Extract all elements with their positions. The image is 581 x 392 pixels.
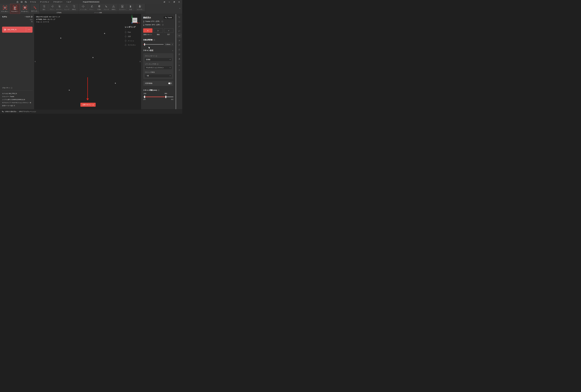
select-cursor-icon[interactable] (177, 15, 181, 19)
tracker-temperature-label: Tracker: 27°C（正常） (145, 20, 161, 22)
new-project-icon[interactable] (20, 1, 23, 3)
right-panel-collapse-handle[interactable]: › (140, 60, 140, 63)
scrollbar-thumb[interactable] (176, 14, 176, 109)
plane-select-icon[interactable] (177, 38, 181, 42)
undo-icon[interactable] (177, 64, 181, 67)
model-more-menu-button[interactable]: ··· (28, 28, 30, 30)
orientation-gizmo[interactable]: FRONT Z X (129, 15, 140, 25)
connection-status-title: 接続済み (143, 16, 151, 19)
range-high-handle[interactable] (165, 96, 166, 98)
multiposition-scan-mode-button[interactable]: マルチポジ… (10, 4, 20, 14)
menu-display[interactable]: ディスプレイ (40, 1, 49, 3)
polygon-select-icon[interactable] (177, 24, 181, 28)
range-low-handle[interactable] (144, 96, 145, 98)
mesh-simplify-label: 簡略化 (112, 8, 115, 10)
scan-target-select[interactable]: 一般 ▼ (145, 74, 172, 78)
render-option-raw[interactable]: Raw (125, 30, 139, 34)
point-distance-slider[interactable] (143, 43, 164, 46)
gizmo-front-face[interactable]: FRONT (133, 20, 136, 21)
tracking-method-select[interactable]: マルチポジションスキャン ▼ (145, 66, 172, 69)
point-distance-slider-handle[interactable] (144, 43, 145, 46)
tracking-scan-icon (3, 5, 7, 10)
device-switch-button[interactable]: Trackit (163, 16, 173, 19)
delete-icon[interactable] (177, 48, 181, 52)
tracker-temp-info-icon[interactable]: i (161, 21, 163, 22)
large-object-toggle[interactable] (168, 82, 172, 84)
lasso-select-icon[interactable] (177, 29, 181, 33)
meshify-button[interactable]: メッシュ化 (79, 5, 87, 10)
tracker-temperature-row: Tracker: 27°C（正常） i (143, 20, 173, 22)
properties-info-icon[interactable]: i (11, 87, 12, 89)
texture-button[interactable]: テクスチャ (119, 5, 126, 10)
tracking-method-info-icon[interactable]: i (157, 64, 158, 65)
start-scan-button[interactable]: ▷ (154, 28, 163, 33)
scan-distance-range-slider[interactable]: 210 350 200 400 (143, 92, 173, 101)
dropdown-caret-icon: ▼ (170, 75, 171, 76)
brush-icon[interactable] (177, 57, 181, 61)
right-panel-scrollbar[interactable] (175, 14, 176, 109)
fusion-button[interactable]: 融合 (40, 5, 48, 10)
batch-checkbox-icon (31, 16, 32, 18)
pc-isolated-button[interactable]: アイソ… (49, 5, 56, 10)
pointcloud-scan-button[interactable]: 点群スキャン » (80, 103, 96, 107)
model-sidebar: モデル 一括処理 その他 GM_0709_01 ··· プロパティ i モデル名… (0, 14, 34, 109)
point-distance-info-icon[interactable]: i (153, 39, 155, 41)
model-panel-title: モデル (2, 16, 7, 18)
mesh-simplify-button[interactable]: 簡略化 (110, 5, 117, 10)
pc-smooth-button[interactable]: スムーズ (63, 5, 70, 10)
tracking-scan-mode-button[interactable]: トラッキン… (0, 4, 10, 14)
menu-accessories[interactable]: アクセサリー (53, 1, 62, 3)
composite-button[interactable]: 合成 (127, 5, 134, 10)
scanner-temp-info-icon[interactable]: i (162, 24, 164, 26)
menu-help[interactable]: ヘルプ (66, 1, 71, 3)
close-button[interactable] (177, 0, 181, 4)
rectangle-select-icon[interactable] (177, 20, 181, 24)
pc-simplify-icon (72, 5, 75, 8)
toolbar-collapse-chevron-icon[interactable]: ⌃ (179, 8, 181, 10)
scan-mode-value: 交差線 (146, 58, 150, 60)
scan-settings-collapse-chevron-icon[interactable]: ⌄ (172, 50, 173, 51)
scan-settings-card: スキャンモード i 交差線 ▼ トラッキング方式 i マルチポジションスキャン … (143, 53, 173, 79)
new-scan-button[interactable]: ＋ (143, 28, 152, 33)
minimize-button[interactable] (167, 0, 171, 4)
redo-icon[interactable] (177, 68, 181, 72)
gizmo-z-label: Z (131, 15, 132, 16)
finish-scan-button[interactable]: ✓ (164, 28, 173, 33)
preferences-sliders-icon[interactable] (162, 0, 166, 4)
viewport[interactable]: 回転の中心を設定: Alt + 左クリック 水平移動: Shift + 左ドラッ… (34, 14, 141, 109)
menu-file[interactable]: ファイル (30, 1, 36, 3)
render-option-mesh[interactable]: メッシュ (125, 38, 139, 43)
scan-distance-info-icon[interactable]: i (158, 90, 159, 91)
pc-simplify-button[interactable]: 簡略化 (70, 5, 77, 10)
render-option-pointcloud[interactable]: 点群 (125, 34, 139, 38)
disc-select-icon[interactable] (177, 34, 181, 38)
duplicate-icon[interactable] (177, 52, 181, 56)
home-icon[interactable] (16, 1, 18, 3)
pointcloud-scan-label: 点群スキャン (82, 104, 92, 106)
deselect-icon[interactable] (177, 43, 181, 47)
radio-icon (125, 32, 126, 33)
one-click-button[interactable]: 1クリック… (30, 4, 39, 14)
mesh-smooth-button[interactable]: スムーズ (103, 5, 110, 10)
open-folder-icon[interactable] (25, 1, 27, 3)
stepper-arrows-icon[interactable]: ▲▼ (172, 44, 173, 45)
others-button[interactable]: その他 (29, 19, 32, 23)
scan-mode-info-icon[interactable]: i (156, 55, 157, 57)
render-option-texture-label: テクスチャ (128, 44, 136, 46)
fill-hole-button[interactable]: 穴埋め (95, 5, 103, 10)
point-distance-value-box[interactable]: 0.30mm ▲▼ (165, 43, 173, 46)
pc-overlap-button[interactable]: オーバー… (56, 5, 63, 10)
sidebar-collapse-handle[interactable]: ‹ (35, 60, 35, 63)
pc-overlap-icon (58, 5, 61, 8)
export-button[interactable]: エクスポ… (136, 5, 144, 10)
batch-process-button[interactable]: 一括処理 (24, 16, 32, 18)
render-option-texture[interactable]: テクスチャ (125, 43, 139, 47)
marker-scan-mode-button[interactable]: マーカース… (20, 4, 30, 14)
meshify-label: メッシュ化 (80, 8, 86, 10)
range-max-label: 400 (171, 99, 173, 100)
scan-mode-select[interactable]: 交差線 ▼ (145, 58, 172, 61)
restore-button[interactable] (172, 0, 176, 4)
mesh-isolated-button[interactable]: アイソ… (88, 5, 95, 10)
model-list-item[interactable]: GM_0709_01 ··· (2, 26, 32, 33)
render-option-raw-label: Raw (128, 31, 131, 33)
